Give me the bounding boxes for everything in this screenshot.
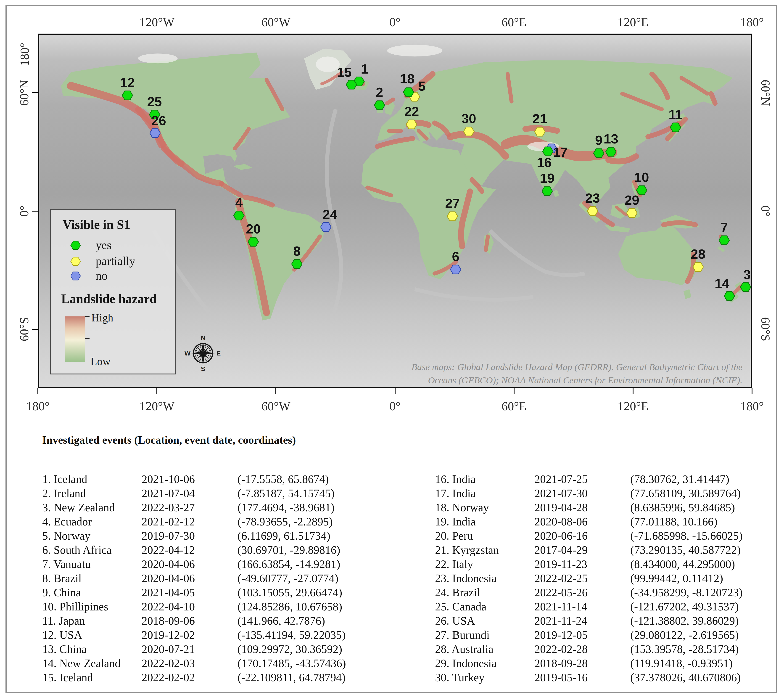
hexagon-marker-icon: [70, 272, 81, 280]
hexagon-marker-icon: [740, 282, 751, 292]
event-marker-4: 4: [233, 211, 245, 220]
event-row-coords: (-121.67202, 49.31537): [630, 600, 739, 613]
event-marker-30: 30: [463, 127, 474, 137]
event-row-location: 3. New Zealand: [42, 500, 115, 515]
event-row-coords: (-22.109811, 64.78794): [238, 670, 346, 685]
event-row-16: 16. India2021-07-25(78.30762, 31.41447): [435, 472, 782, 486]
legend-item-no: no: [70, 272, 161, 281]
event-row-location: 12. USA: [42, 628, 82, 642]
axis-label-top: 120°E: [618, 15, 649, 29]
event-row-coords: (78.30762, 31.41447): [630, 472, 729, 486]
hexagon-marker-icon: [291, 259, 303, 269]
axis-tick-bottom: [514, 388, 514, 394]
hazard-tick-high: [85, 316, 90, 317]
event-row-coords: (37.378026, 40.670806): [630, 670, 741, 685]
event-row-17: 17. India2021-07-30(77.658109, 30.589764…: [435, 486, 782, 500]
event-row-28: 28. Australia2022-02-28(153.39578, -28.5…: [435, 642, 782, 656]
event-marker-27: 27: [447, 211, 458, 221]
basemap-credits: Base maps: Global Landslide Hazard Map (…: [411, 360, 742, 387]
event-marker-number: 5: [418, 80, 426, 93]
event-row-location: 16. India: [435, 472, 476, 486]
event-marker-11: 11: [670, 122, 681, 132]
axis-tick-left: [32, 329, 38, 330]
event-row-7: 7. Vanuatu2020-04-06(166.63854, -14.9281…: [42, 557, 390, 571]
event-row-date: 2022-02-03: [141, 656, 195, 670]
event-row-location: 9. China: [42, 585, 81, 600]
event-row-10: 10. Phillipines2022-04-10(124.85286, 10.…: [42, 600, 390, 613]
hazard-legend-title: Landslide hazard: [61, 292, 157, 306]
event-row-location: 23. Indonesia: [435, 571, 496, 585]
event-row-location: 21. Kyrgzstan: [435, 543, 499, 557]
event-marker-number: 20: [246, 222, 261, 235]
hexagon-marker-icon: [403, 87, 414, 97]
event-row-30: 30. Turkey2019-05-16(37.378026, 40.67080…: [435, 670, 782, 685]
event-row-coords: (-135.41194, 59.22035): [238, 628, 346, 642]
hexagon-marker-icon: [626, 208, 638, 218]
event-marker-number: 10: [634, 171, 649, 184]
events-column-left: 1. Iceland2021-10-06(-17.5558, 65.8674)2…: [42, 472, 390, 685]
hexagon-marker-icon: [593, 148, 604, 158]
event-marker-24: 24: [320, 222, 331, 232]
hexagon-marker-icon: [670, 122, 681, 132]
event-marker-number: 9: [595, 133, 603, 147]
event-row-location: 19. India: [435, 515, 476, 529]
event-row-coords: (170.17485, -43.57436): [238, 656, 346, 670]
event-row-date: 2019-07-30: [141, 529, 195, 543]
event-row-date: 2022-02-28: [534, 642, 588, 656]
hexagon-marker-icon: [534, 127, 546, 137]
event-row-coords: (-78.93655, -2.2895): [238, 515, 333, 529]
event-marker-21: 21: [534, 127, 546, 137]
event-marker-number: 12: [120, 76, 135, 89]
event-row-21: 21. Kyrgzstan2017-04-29(73.290135, 40.58…: [435, 543, 782, 557]
event-row-date: 2022-05-26: [534, 585, 588, 600]
event-row-location: 14. New Zealand: [42, 656, 121, 670]
event-row-coords: (-17.5558, 65.8674): [238, 472, 329, 486]
event-row-location: 17. India: [435, 486, 476, 500]
event-row-date: 2021-11-24: [534, 613, 587, 628]
event-marker-number: 22: [404, 105, 419, 118]
event-row-location: 10. Phillipines: [42, 600, 108, 613]
axis-label-right: 60°N: [758, 80, 772, 106]
event-marker-number: 1: [361, 62, 368, 76]
event-row-coords: (8.434000, 44.295000): [630, 557, 735, 571]
event-marker-number: 19: [540, 172, 555, 185]
event-row-5: 5. Norway2019-07-30(6.11699, 61.51734): [42, 529, 390, 543]
event-marker-number: 18: [399, 72, 414, 85]
event-marker-12: 12: [122, 90, 133, 100]
event-row-27: 27. Burundi2019-12-05(29.080122, -2.6195…: [435, 628, 782, 642]
event-marker-20: 20: [248, 237, 259, 247]
event-row-coords: (77.658109, 30.589764): [630, 486, 741, 500]
event-row-coords: (109.29972, 30.36592): [238, 642, 342, 656]
event-row-location: 20. Peru: [435, 529, 473, 543]
event-row-coords: (73.290135, 40.587722): [630, 543, 741, 557]
event-row-coords: (6.11699, 61.51734): [238, 529, 330, 543]
event-row-9: 9. China2021-04-05(103.15055, 29.66474): [42, 585, 390, 600]
event-row-coords: (30.69701, -29.89816): [238, 543, 340, 557]
event-row-coords: (141.966, 42.7876): [238, 613, 325, 628]
hexagon-marker-icon: [320, 222, 331, 232]
event-marker-number: 23: [585, 192, 600, 205]
event-marker-number: 11: [668, 108, 682, 121]
event-row-coords: (119.91418, -0.93951): [630, 656, 732, 670]
event-row-11: 11. Japan2018-09-06(141.966, 42.7876): [42, 613, 390, 628]
event-row-13: 13. China2020-07-21(109.29972, 30.36592): [42, 642, 390, 656]
event-row-date: 2018-09-06: [141, 613, 195, 628]
compass-s: S: [201, 365, 205, 372]
hexagon-marker-icon: [724, 291, 735, 301]
event-row-location: 28. Australia: [435, 642, 494, 656]
event-marker-number: 28: [691, 247, 706, 261]
event-row-date: 2017-04-29: [534, 543, 588, 557]
event-marker-number: 27: [445, 197, 460, 210]
event-row-15: 15. Iceland2022-02-02(-22.109811, 64.787…: [42, 670, 390, 685]
hexagon-marker-icon: [122, 90, 133, 100]
event-row-date: 2018-09-28: [534, 656, 588, 670]
axis-label-top: 180°: [741, 15, 764, 29]
event-marker-number: 30: [461, 112, 476, 125]
event-row-date: 2021-11-14: [534, 600, 587, 613]
event-row-location: 24. Brazil: [435, 585, 480, 600]
event-row-3: 3. New Zealand2022-03-27(177.4694, -38.9…: [42, 500, 390, 515]
event-row-coords: (-121.38802, 39.86029): [630, 613, 739, 628]
event-marker-29: 29: [626, 208, 638, 218]
event-row-8: 8. Brazil2020-04-06(-49.60777, -27.0774): [42, 571, 390, 585]
event-row-date: 2020-04-06: [141, 557, 195, 571]
